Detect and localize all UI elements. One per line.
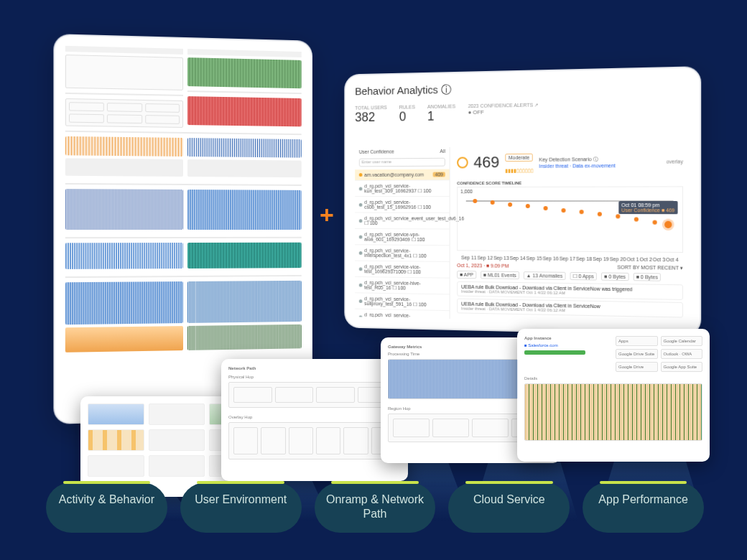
sidebar-filter[interactable]: All (440, 149, 445, 154)
chart-tooltip: Oct 01 08:59 pm User Confidence ■ 469 (618, 201, 677, 215)
list-item[interactable]: d_rg.pch_vcl_service-cs06_test_15_169629… (355, 197, 449, 213)
overlay-toggle[interactable]: overlay (667, 159, 683, 164)
list-item[interactable]: am.vacation@company.com 409 (355, 169, 449, 181)
gear-icon[interactable] (457, 157, 468, 169)
pill-onramp-network[interactable]: Onramp & Network Path (315, 482, 436, 533)
confidence-score: 469 (473, 153, 499, 172)
mini-card-app-performance: App Instance ■ Salesforce.com AppsGoogle… (517, 329, 710, 462)
pill-user-environment[interactable]: User Environment (180, 482, 302, 533)
behavior-analytics-board: Behavior Analytics ⓘ TOTAL USERS382 RULE… (345, 67, 700, 335)
pill-activity-behavior[interactable]: Activity & Behavior (46, 482, 167, 533)
chart-xaxis: Sep 11Sep 12 Sep 13Sep 14 Sep 15Sep 16 S… (457, 255, 683, 262)
filter-chip-row: ■ APP ■ ML01 Events ▲ 13 Anomalies ☐ 0 A… (457, 271, 683, 281)
stat-row: TOTAL USERS382 RULES0 ANOMALIES1 2023 CO… (355, 100, 689, 125)
list-item[interactable]: d_rg.pch_vcl_service-kun_test_309_169629… (355, 180, 449, 197)
pill-cloud-service[interactable]: Cloud Service (448, 482, 570, 533)
list-item[interactable]: d_rg.pch_vcl_service-vpn-aioa_601_169293… (355, 229, 449, 246)
combine-plus-icon: + (320, 201, 334, 229)
analytics-main: 469 Moderate ▮▮▮▮▯▯▯▯▯▯ Key Detection Sc… (457, 145, 689, 324)
alert-card[interactable]: UEBA rule Bulk Download - Download via C… (457, 299, 683, 318)
chip[interactable]: ▲ 13 Anomalies (524, 271, 566, 280)
chip[interactable]: ■ 0 Bytes (601, 272, 628, 281)
sort-link[interactable]: SORT BY MOST RECENT ▾ (617, 265, 683, 271)
list-item[interactable]: d_rg.pch_vcl_service-interspection_test_… (355, 245, 449, 262)
chip[interactable]: ☐ 0 Apps (570, 272, 597, 281)
chip[interactable]: ■ APP (457, 271, 476, 279)
list-item[interactable]: d_rg.pch_vcl_service-provisioner_test_27… (355, 309, 449, 324)
alert-card[interactable]: UEBA rule Bulk Download - Download via C… (457, 281, 683, 300)
category-pill-row: Activity & Behavior User Environment Onr… (46, 482, 704, 533)
pill-app-performance[interactable]: App Performance (583, 482, 704, 533)
risk-pill: Moderate (505, 154, 533, 162)
page-title: Behavior Analytics ⓘ (355, 78, 689, 98)
search-input[interactable]: Enter user name (359, 158, 445, 167)
timestamp: Oct 1, 2023 · ■ 9.09 PM (457, 263, 509, 269)
chip[interactable]: ■ ML01 Events (481, 271, 519, 279)
chip[interactable]: ■ 0 Bytes (633, 273, 661, 281)
confidence-timeline-chart[interactable]: 1,000 Oct 01 08:59 pm User Confidence ■ … (457, 186, 683, 253)
sidebar-header: User Confidence (359, 149, 394, 154)
list-item[interactable]: d_rg.pch_vcl_service_event_user_test_dv6… (355, 213, 449, 230)
chart-title: CONFIDENCE SCORE TIMELINE (457, 180, 683, 185)
user-confidence-sidebar: User Confidence All Enter user name am.v… (355, 147, 450, 319)
list-item[interactable]: d_rg.pch_vcl_service-vice-test_169629371… (355, 261, 449, 279)
mini-card-network-path: Network Path Physical Hop Overlay Hop (221, 359, 408, 481)
list-item[interactable]: d_rg.pch_vcl_service-hive-test_R05_16 ☐ … (355, 277, 449, 295)
sparkline (88, 403, 144, 425)
list-item[interactable]: d_rg.pch_vcl_service-sullproxy_test_591_… (355, 293, 449, 311)
